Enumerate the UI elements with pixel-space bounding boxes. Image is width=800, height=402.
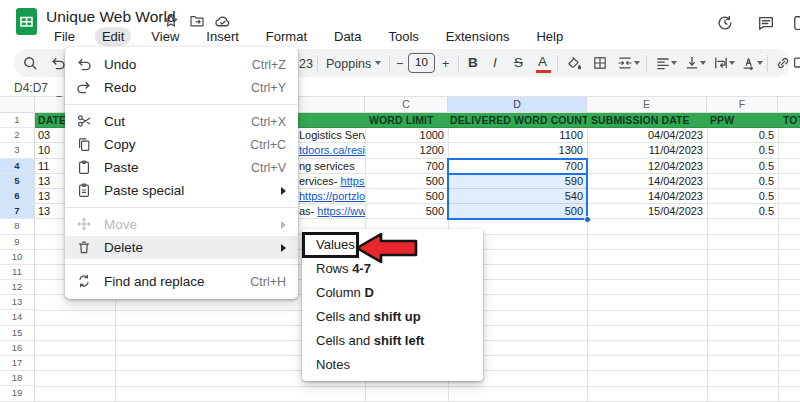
column-header-c[interactable]: C bbox=[365, 97, 448, 113]
chevron-down-icon[interactable] bbox=[700, 61, 706, 65]
cell-g1[interactable]: TOTAL bbox=[778, 113, 800, 127]
text-wrap-icon[interactable] bbox=[713, 55, 729, 71]
undo-icon[interactable] bbox=[50, 55, 66, 71]
cell-d6[interactable]: 540 bbox=[448, 189, 587, 203]
cell-c1[interactable]: WORD LIMIT bbox=[365, 113, 448, 127]
cell-f6[interactable]: 0.5 bbox=[707, 189, 778, 203]
menu-file[interactable]: File bbox=[47, 27, 82, 46]
cell-f7[interactable]: 0.5 bbox=[707, 204, 778, 218]
borders-icon[interactable] bbox=[592, 55, 608, 71]
row-number[interactable]: 15 bbox=[0, 326, 34, 341]
cell-c5[interactable]: 500 bbox=[365, 174, 448, 188]
align-icon[interactable] bbox=[655, 55, 671, 71]
fill-color-icon[interactable] bbox=[566, 55, 582, 71]
cell-c7[interactable]: 500 bbox=[365, 204, 448, 218]
menu-item-move[interactable]: Move bbox=[65, 213, 298, 236]
cell-e3[interactable]: 11/04/2023 bbox=[587, 143, 707, 157]
cell-g2[interactable] bbox=[778, 128, 800, 142]
cell-link[interactable]: tdoors.ca/resi bbox=[299, 144, 365, 156]
cell-e2[interactable]: 04/04/2023 bbox=[587, 128, 707, 142]
cell-c2[interactable]: 1000 bbox=[365, 128, 448, 142]
cell-c4[interactable]: 700 bbox=[365, 159, 448, 173]
bold-button[interactable]: B bbox=[468, 55, 478, 70]
cell-f5[interactable]: 0.5 bbox=[707, 174, 778, 188]
submenu-item-cells-shift-up[interactable]: Cells and shift up bbox=[302, 305, 483, 329]
text-color-button[interactable]: A bbox=[538, 54, 547, 69]
cell-g5[interactable] bbox=[778, 174, 800, 188]
cell-e4[interactable]: 12/04/2023 bbox=[587, 159, 707, 173]
cell-f4[interactable]: 0.5 bbox=[707, 159, 778, 173]
column-header-f[interactable]: F bbox=[707, 97, 778, 113]
comment-icon-partial[interactable] bbox=[793, 55, 800, 71]
cell-g3[interactable] bbox=[778, 143, 800, 157]
chevron-down-icon[interactable] bbox=[757, 61, 763, 65]
row-number[interactable]: 8 bbox=[0, 219, 34, 234]
menu-item-delete[interactable]: Delete bbox=[65, 236, 298, 259]
row-number-selected[interactable]: 6 bbox=[0, 189, 34, 204]
row-number-selected[interactable]: 4 bbox=[0, 159, 34, 174]
cell-g4[interactable] bbox=[778, 159, 800, 173]
cell-f1[interactable]: PPW bbox=[707, 113, 778, 127]
search-icon[interactable] bbox=[22, 55, 38, 71]
cell-e5[interactable]: 14/04/2023 bbox=[587, 174, 707, 188]
cell-link[interactable]: https://ww bbox=[317, 205, 365, 217]
row-number[interactable]: 2 bbox=[0, 128, 34, 143]
cell-e6[interactable]: 14/04/2023 bbox=[587, 189, 707, 203]
menu-item-find-and-replace[interactable]: Find and replace Ctrl+H bbox=[65, 270, 298, 293]
cell-d7[interactable]: 500 bbox=[448, 204, 587, 218]
row-number[interactable]: 19 bbox=[0, 386, 34, 401]
cell-f2[interactable]: 0.5 bbox=[707, 128, 778, 142]
row-number[interactable]: 12 bbox=[0, 280, 34, 295]
menu-item-cut[interactable]: Cut Ctrl+X bbox=[65, 110, 298, 133]
column-header-e[interactable]: E bbox=[587, 97, 707, 113]
cell-d2[interactable]: 1100 bbox=[448, 128, 587, 142]
cell-c3[interactable]: 1200 bbox=[365, 143, 448, 157]
cell-e7[interactable]: 15/04/2023 bbox=[587, 204, 707, 218]
row-number[interactable]: 14 bbox=[0, 310, 34, 325]
cell-d3[interactable]: 1300 bbox=[448, 143, 587, 157]
cell-g7[interactable] bbox=[778, 204, 800, 218]
row-number[interactable]: 1 bbox=[0, 113, 34, 128]
number-format-button-partial[interactable]: 23 bbox=[299, 57, 313, 71]
vertical-align-icon[interactable] bbox=[684, 55, 700, 71]
row-number[interactable]: 9 bbox=[0, 235, 34, 250]
cell-g6[interactable] bbox=[778, 189, 800, 203]
row-number[interactable]: 10 bbox=[0, 250, 34, 265]
submenu-item-notes[interactable]: Notes bbox=[302, 353, 483, 377]
cell-d1[interactable]: DELIVERED WORD COUNT bbox=[448, 113, 587, 127]
menu-item-paste[interactable]: Paste Ctrl+V bbox=[65, 156, 298, 179]
strikethrough-button[interactable]: S bbox=[514, 55, 523, 70]
column-header-d[interactable]: D bbox=[448, 97, 587, 113]
chevron-down-icon[interactable] bbox=[634, 61, 640, 65]
submenu-item-cells-shift-left[interactable]: Cells and shift left bbox=[302, 329, 483, 353]
menu-item-undo[interactable]: Undo Ctrl+Z bbox=[65, 53, 298, 76]
italic-button[interactable]: I bbox=[493, 55, 497, 70]
share-icon-partial[interactable] bbox=[793, 14, 800, 32]
font-name-select[interactable]: Poppins bbox=[326, 57, 371, 71]
menu-item-redo[interactable]: Redo Ctrl+Y bbox=[65, 76, 298, 99]
menu-help[interactable]: Help bbox=[529, 27, 570, 46]
menu-tools[interactable]: Tools bbox=[381, 27, 425, 46]
menu-data[interactable]: Data bbox=[327, 27, 368, 46]
row-number[interactable]: 16 bbox=[0, 341, 34, 356]
comment-icon[interactable] bbox=[757, 14, 775, 32]
row-number[interactable]: 13 bbox=[0, 295, 34, 310]
name-box[interactable]: D4:D7 bbox=[14, 81, 48, 95]
cell-f3[interactable]: 0.5 bbox=[707, 143, 778, 157]
menu-extensions[interactable]: Extensions bbox=[439, 27, 517, 46]
row-number-selected[interactable]: 7 bbox=[0, 204, 34, 219]
chevron-down-icon[interactable] bbox=[375, 61, 381, 65]
column-header-g[interactable] bbox=[778, 97, 800, 113]
text-rotate-icon[interactable] bbox=[741, 55, 757, 71]
menu-view[interactable]: View bbox=[144, 27, 186, 46]
history-icon[interactable] bbox=[716, 14, 734, 32]
row-number-selected[interactable]: 5 bbox=[0, 174, 34, 189]
menu-item-paste-special[interactable]: Paste special bbox=[65, 179, 298, 202]
menu-edit[interactable]: Edit bbox=[95, 27, 131, 46]
chevron-down-icon[interactable] bbox=[671, 61, 677, 65]
row-number[interactable]: 11 bbox=[0, 265, 34, 280]
row-number[interactable]: 18 bbox=[0, 371, 34, 386]
document-title[interactable]: Unique Web World bbox=[46, 8, 176, 26]
cell-e1[interactable]: SUBMISSION DATE bbox=[587, 113, 707, 127]
cell-link[interactable]: https: bbox=[341, 175, 365, 187]
